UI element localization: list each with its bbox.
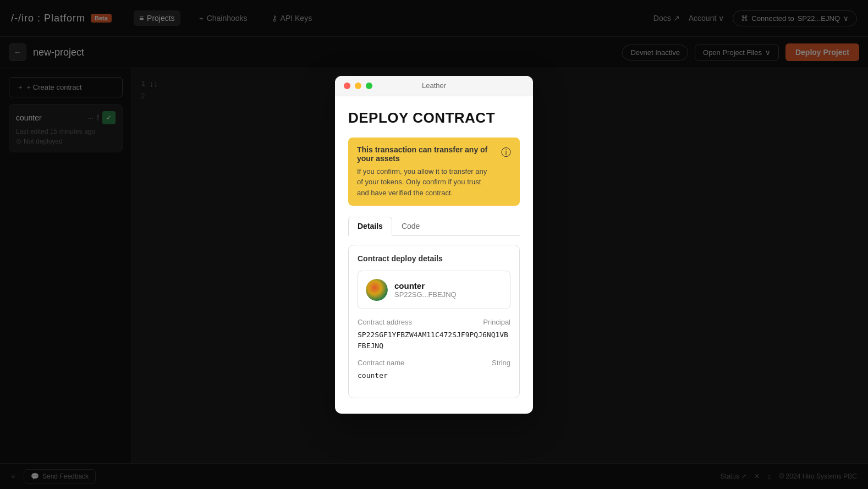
warning-description: If you confirm, you allow it to transfer… bbox=[357, 166, 495, 199]
contract-name-field-type: String bbox=[492, 359, 510, 367]
details-section-title: Contract deploy details bbox=[358, 254, 510, 263]
details-card: Contract deploy details bbox=[348, 245, 520, 398]
modal-tabs: Details Code bbox=[348, 217, 520, 236]
address-field-label: Contract address bbox=[358, 318, 412, 326]
contract-name-field-value: counter bbox=[358, 370, 510, 381]
modal-title: Leather bbox=[422, 81, 446, 90]
contract-display-address: SP22SG...FBEJNQ bbox=[394, 290, 457, 299]
tab-code[interactable]: Code bbox=[392, 217, 429, 235]
maximize-window-button[interactable] bbox=[366, 83, 372, 89]
close-window-button[interactable] bbox=[344, 83, 350, 89]
contract-name-field-label: Contract name bbox=[358, 359, 404, 367]
modal-titlebar: Leather bbox=[335, 76, 533, 96]
minimize-window-button[interactable] bbox=[355, 83, 361, 89]
contract-name-field-labels: Contract name String bbox=[358, 359, 510, 367]
contract-info-text: counter SP22SG...FBEJNQ bbox=[394, 281, 457, 299]
address-field-labels: Contract address Principal bbox=[358, 318, 510, 326]
deploy-modal: Leather DEPLOY CONTRACT This transaction… bbox=[335, 76, 533, 414]
tab-code-label: Code bbox=[402, 222, 420, 230]
warning-info-icon: ⓘ bbox=[501, 146, 511, 159]
svg-point-0 bbox=[366, 279, 388, 301]
warning-title: This transaction can transfer any of you… bbox=[357, 145, 495, 163]
modal-body: DEPLOY CONTRACT This transaction can tra… bbox=[335, 96, 533, 414]
tab-details-label: Details bbox=[358, 222, 383, 230]
tab-details[interactable]: Details bbox=[348, 217, 392, 236]
address-field-value: SP22SGF1YFBZW4AM11C472SJF9PQJ6NQ1VBFBEJN… bbox=[358, 329, 510, 351]
contract-name-field-row: Contract name String counter bbox=[358, 359, 510, 381]
modal-overlay[interactable]: Leather DEPLOY CONTRACT This transaction… bbox=[0, 0, 868, 489]
warning-banner: This transaction can transfer any of you… bbox=[348, 138, 520, 206]
address-field-row: Contract address Principal SP22SGF1YFBZW… bbox=[358, 318, 510, 351]
contract-info-box: counter SP22SG...FBEJNQ bbox=[358, 271, 510, 309]
deploy-contract-title: DEPLOY CONTRACT bbox=[348, 109, 520, 127]
contract-display-name: counter bbox=[394, 281, 457, 290]
warning-content: This transaction can transfer any of you… bbox=[357, 145, 495, 199]
window-controls bbox=[344, 83, 372, 89]
address-field-type: Principal bbox=[483, 318, 510, 326]
contract-avatar bbox=[366, 279, 388, 301]
